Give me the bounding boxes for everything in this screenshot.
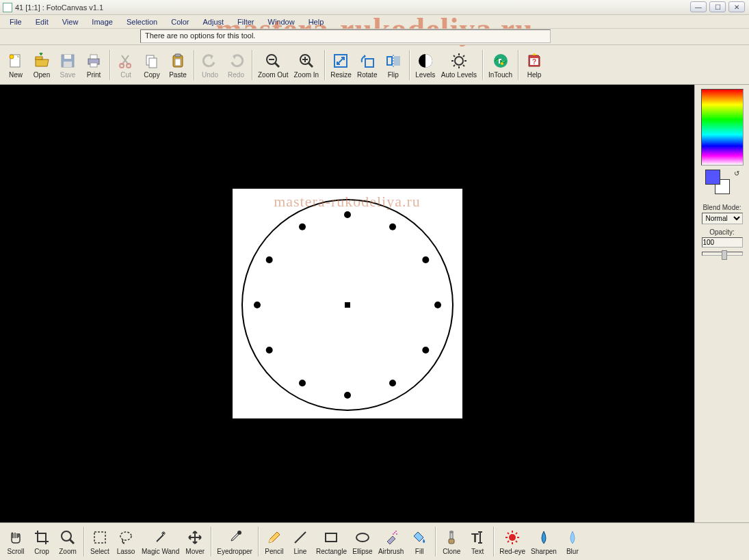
eyedrop-tool[interactable]: Eyedropper (214, 526, 255, 557)
zoomin-button[interactable]: Zoom In (291, 50, 321, 80)
rect-tool[interactable]: Rectangle (313, 526, 350, 557)
scroll-tool[interactable]: Scroll (3, 526, 29, 557)
svg-point-68 (356, 533, 369, 542)
options-message: There are no options for this tool. (140, 29, 551, 43)
mover-tool[interactable]: Mover (182, 526, 208, 557)
clone-label: Clone (443, 548, 460, 555)
opacity-input[interactable] (702, 237, 743, 248)
svg-rect-4 (64, 55, 71, 59)
copy-button[interactable]: Copy (139, 50, 165, 80)
zoomin-label: Zoom In (293, 71, 319, 79)
levels-icon (416, 51, 435, 70)
print-button[interactable]: Print (81, 50, 107, 80)
crop-tool[interactable]: Crop (29, 526, 55, 557)
fill-tool[interactable]: Fill (406, 526, 432, 557)
intouch-button[interactable]: InTouch (486, 50, 515, 80)
opacity-slider[interactable] (702, 252, 743, 256)
zoomout-button[interactable]: Zoom Out (255, 50, 291, 80)
resize-label: Resize (330, 71, 352, 79)
right-panel: ↺ Blend Mode: Normal Opacity: (694, 85, 749, 522)
clone-tool[interactable]: Clone (438, 526, 464, 557)
menu-adjust[interactable]: Adjust (198, 16, 230, 27)
menu-selection[interactable]: Selection (121, 16, 163, 27)
svg-point-45 (389, 224, 396, 230)
pencil-tool[interactable]: Pencil (261, 526, 287, 557)
canvas-image[interactable]: mastera-rukodeliya.ru (233, 189, 462, 418)
rect-label: Rectangle (316, 548, 347, 555)
help-label: Help (527, 71, 542, 79)
maximize-button[interactable]: ☐ (709, 1, 726, 12)
resize-icon (331, 51, 350, 70)
autolevels-button[interactable]: Auto Levels (438, 50, 479, 80)
help-button[interactable]: ?Help (521, 50, 547, 80)
blur-tool[interactable]: Blur (560, 526, 586, 557)
fill-icon (410, 528, 429, 547)
resize-button[interactable]: Resize (328, 50, 354, 80)
redo-icon (226, 51, 246, 70)
ellipse-icon (353, 528, 372, 547)
svg-point-39 (501, 62, 503, 65)
redeye-tool[interactable]: Red-eye (497, 526, 528, 557)
swap-colors-icon[interactable]: ↺ (734, 170, 739, 177)
sharpen-tool[interactable]: Sharpen (528, 526, 560, 557)
svg-point-48 (422, 347, 429, 354)
blend-mode-label: Blend Mode: (698, 204, 746, 211)
flip-icon (384, 51, 403, 70)
select-tool[interactable]: Select (87, 526, 113, 557)
copy-label: Copy (144, 71, 159, 79)
menu-filter[interactable]: Filter (232, 16, 259, 27)
menu-window[interactable]: Window (263, 16, 300, 27)
svg-point-44 (344, 211, 351, 218)
rotate-button[interactable]: Rotate (354, 50, 380, 80)
open-icon (32, 51, 51, 70)
svg-line-37 (454, 65, 455, 66)
blend-mode-select[interactable]: Normal (702, 213, 743, 224)
foreground-color-swatch[interactable] (705, 170, 720, 185)
line-tool[interactable]: Line (287, 526, 313, 557)
zoom-tool[interactable]: Zoom (55, 526, 81, 557)
svg-point-1 (10, 55, 14, 59)
cut-icon (116, 51, 135, 70)
menu-file[interactable]: File (4, 16, 27, 27)
paste-icon (168, 51, 187, 70)
paste-button[interactable]: Paste (165, 50, 191, 80)
crop-label: Crop (34, 548, 49, 555)
text-tool[interactable]: TText (464, 526, 490, 557)
open-button[interactable]: Open (29, 50, 55, 80)
close-button[interactable]: ✕ (728, 1, 745, 12)
sharpen-icon (534, 528, 553, 547)
levels-button[interactable]: Levels (412, 50, 438, 80)
menu-help[interactable]: Help (303, 16, 330, 27)
svg-rect-25 (387, 57, 392, 65)
minimize-button[interactable]: — (690, 1, 707, 12)
lasso-tool[interactable]: Lasso (113, 526, 139, 557)
canvas-workspace[interactable]: mastera-rukodeliya.ru (0, 85, 694, 522)
ellipse-tool[interactable]: Ellipse (350, 526, 376, 557)
eyedrop-label: Eyedropper (217, 548, 252, 555)
svg-point-49 (389, 379, 396, 386)
blur-icon (563, 528, 582, 547)
airbrush-tool[interactable]: Airbrush (376, 526, 406, 557)
text-label: Text (471, 548, 484, 555)
scroll-icon (6, 528, 25, 547)
intouch-label: InTouch (488, 71, 512, 79)
undo-icon (200, 51, 220, 70)
new-button[interactable]: New (3, 50, 29, 80)
menu-color[interactable]: Color (166, 16, 194, 27)
airbrush-label: Airbrush (378, 548, 404, 555)
color-swatches[interactable]: ↺ (705, 170, 739, 197)
menu-edit[interactable]: Edit (30, 16, 54, 27)
main-toolbar: NewOpenSavePrintCutCopyPasteUndoRedoZoom… (0, 45, 749, 85)
menu-view[interactable]: View (57, 16, 84, 27)
levels-label: Levels (415, 71, 435, 79)
svg-rect-2 (36, 57, 42, 59)
svg-line-88 (508, 541, 509, 542)
sharpen-label: Sharpen (531, 548, 557, 555)
svg-rect-58 (94, 532, 105, 543)
title-bar: 41 [1:1] : FotoCanvas v1.1 — ☐ ✕ (0, 0, 749, 15)
svg-line-20 (308, 63, 313, 67)
wand-tool[interactable]: Magic Wand (139, 526, 182, 557)
flip-button[interactable]: Flip (380, 50, 406, 80)
color-spectrum[interactable] (701, 89, 744, 165)
menu-image[interactable]: Image (86, 16, 118, 27)
